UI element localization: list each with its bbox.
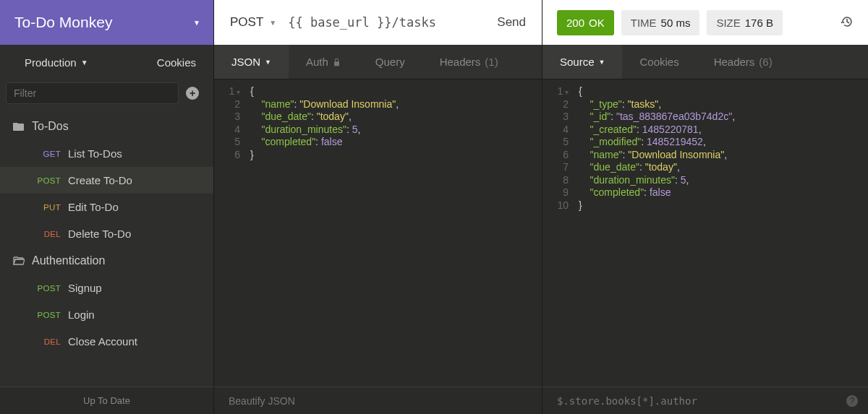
tab-body-label: JSON (231, 56, 260, 68)
request-method: DEL (30, 230, 61, 238)
editor-gutter: 12345678910 (542, 79, 579, 387)
folder-label: To-Dos (32, 120, 69, 133)
folder-icon (13, 121, 25, 131)
tab-query[interactable]: Query (358, 45, 422, 79)
sync-status: Up To Date (0, 387, 213, 414)
chevron-down-icon: ▼ (193, 19, 200, 27)
workspace-name: To-Do Monkey (14, 14, 112, 31)
tab-auth-label: Auth (306, 56, 328, 68)
history-button[interactable] (841, 15, 854, 30)
editor-gutter: 123456 (214, 79, 250, 387)
request-method: GET (30, 150, 61, 158)
tab-auth[interactable]: Auth (289, 45, 358, 79)
tab-query-label: Query (375, 56, 405, 68)
request-name: Create To-Do (68, 174, 132, 186)
environment-row: Production ▼ Cookies (0, 45, 213, 79)
environment-dropdown[interactable]: Production ▼ (25, 56, 88, 69)
request-name: List To-Dos (68, 147, 122, 160)
jsonpath-filter[interactable]: $.store.books[*].author (557, 395, 697, 407)
request-item[interactable]: POSTCreate To-Do (0, 167, 213, 194)
editor-content: { "_type": "tasks", "_id": "tas_883867ea… (579, 79, 868, 387)
request-item[interactable]: GETList To-Dos (0, 140, 213, 167)
folder-todos[interactable]: To-Dos (0, 113, 213, 140)
history-icon (841, 15, 854, 28)
tab-cookies[interactable]: Cookies (622, 45, 696, 79)
tab-cookies-label: Cookies (639, 56, 678, 68)
size-pill: SIZE 176 B (707, 10, 783, 35)
response-panel: 200 OK TIME 50 ms SIZE 176 B Source ▼ Co… (542, 0, 868, 414)
filter-input[interactable] (6, 82, 179, 104)
tab-headers[interactable]: Headers (1) (422, 45, 516, 79)
filter-row: + (0, 79, 213, 113)
tab-source-label: Source (560, 56, 595, 68)
tab-source[interactable]: Source ▼ (542, 45, 622, 79)
request-method: PUT (30, 203, 61, 212)
send-button[interactable]: Send (497, 15, 526, 30)
request-name: Delete To-Do (68, 228, 131, 240)
chevron-down-icon: ▼ (599, 59, 605, 66)
tab-res-headers[interactable]: Headers (6) (697, 45, 790, 79)
request-body-editor[interactable]: 123456 { "name": "Download Insomnia", "d… (214, 79, 542, 387)
request-item[interactable]: POSTSignup (0, 275, 213, 301)
response-header: 200 OK TIME 50 ms SIZE 176 B (542, 0, 868, 45)
environment-name: Production (25, 56, 77, 69)
headers-count: (6) (759, 56, 772, 68)
tab-body[interactable]: JSON ▼ (214, 45, 289, 79)
folder-label: Authentication (32, 254, 105, 267)
request-method: POST (30, 176, 61, 185)
method-label: POST (230, 15, 263, 30)
add-request-button[interactable]: + (186, 87, 199, 100)
request-item[interactable]: POSTLogin (0, 301, 213, 328)
workspace-dropdown[interactable]: To-Do Monkey ▼ (0, 0, 213, 45)
time-label: TIME (631, 17, 657, 29)
sidebar: To-Do Monkey ▼ Production ▼ Cookies + To… (0, 0, 214, 414)
request-name: Login (68, 309, 95, 321)
cookies-button[interactable]: Cookies (157, 56, 196, 69)
chevron-down-icon: ▼ (269, 19, 276, 27)
request-footer: Beautify JSON (214, 387, 542, 414)
size-value: 176 B (745, 17, 773, 29)
request-name: Edit To-Do (68, 201, 119, 213)
tab-headers-label: Headers (714, 56, 755, 68)
beautify-button[interactable]: Beautify JSON (229, 395, 295, 407)
request-item[interactable]: PUTEdit To-Do (0, 194, 213, 220)
sync-status-text: Up To Date (83, 395, 130, 406)
time-value: 50 ms (661, 17, 691, 29)
request-name: Signup (68, 282, 102, 294)
request-method: POST (30, 311, 61, 319)
request-panel: POST ▼ {{ base_url }}/tasks Send JSON ▼ … (214, 0, 542, 414)
method-dropdown[interactable]: POST ▼ (230, 15, 276, 30)
size-label: SIZE (716, 17, 740, 29)
response-footer: $.store.books[*].author ? (542, 387, 868, 414)
request-name: Close Account (68, 335, 137, 348)
help-button[interactable]: ? (846, 395, 858, 407)
status-pill: 200 OK (557, 10, 614, 35)
tab-headers-label: Headers (440, 56, 481, 68)
editor-content: { "name": "Download Insomnia", "due_date… (250, 79, 542, 387)
headers-count: (1) (485, 56, 498, 68)
chevron-down-icon: ▼ (81, 59, 88, 66)
request-tabs: JSON ▼ Auth Query Headers (1) (214, 45, 542, 79)
folder-authentication[interactable]: Authentication (0, 247, 213, 275)
response-body-viewer[interactable]: 12345678910 { "_type": "tasks", "_id": "… (542, 79, 868, 387)
request-method: DEL (30, 337, 61, 346)
url-bar: POST ▼ {{ base_url }}/tasks Send (214, 0, 542, 45)
lock-icon (333, 58, 341, 66)
status-text: OK (589, 17, 605, 29)
status-code: 200 (566, 17, 584, 29)
chevron-down-icon: ▼ (265, 59, 271, 66)
request-item[interactable]: DELClose Account (0, 328, 213, 355)
folder-open-icon (13, 256, 25, 266)
time-pill: TIME 50 ms (621, 10, 700, 35)
request-item[interactable]: DELDelete To-Do (0, 220, 213, 247)
response-tabs: Source ▼ Cookies Headers (6) (542, 45, 868, 79)
url-input[interactable]: {{ base_url }}/tasks (288, 15, 485, 30)
request-method: POST (30, 284, 61, 293)
